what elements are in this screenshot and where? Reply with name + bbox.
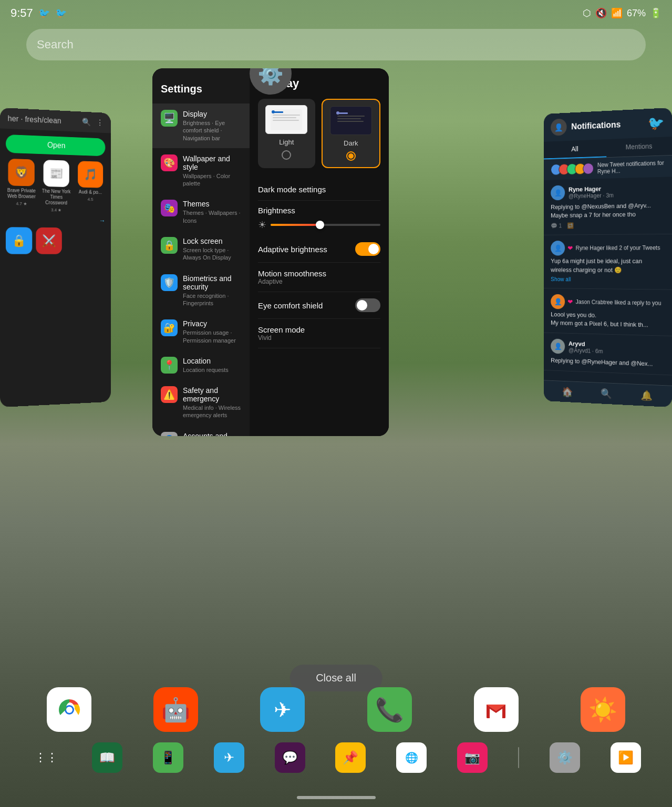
themes-item-desc: Themes · Wallpapers · Icons bbox=[183, 209, 241, 224]
phone-dock-icon[interactable]: 📞 bbox=[367, 687, 412, 732]
reddit-dock-icon[interactable]: 🤖 bbox=[153, 687, 198, 732]
tweet-1-meta: Ryne Hager @RyneHager · 3m bbox=[568, 185, 614, 200]
dark-mode-option[interactable]: Dark bbox=[322, 99, 381, 168]
aryvd-avatar: 👤 bbox=[551, 339, 565, 354]
sidebar-item-safety[interactable]: ⚠️ Safety and emergency Medical info · W… bbox=[152, 380, 250, 426]
home-nav-icon[interactable]: 🏠 bbox=[562, 386, 573, 398]
home-indicator[interactable] bbox=[297, 796, 376, 799]
keep-icon[interactable]: 📌 bbox=[335, 742, 366, 773]
brightness-slider[interactable] bbox=[271, 224, 380, 226]
list-item[interactable]: 🎵 Audi & po... 4.5 bbox=[75, 161, 105, 213]
dock-main-row: 🤖 ✈ 📞 ☀️ bbox=[16, 687, 656, 732]
app-grid: 🦁 Brave Private Web Browser 4.7 ★ 📰 The … bbox=[6, 159, 105, 213]
svg-rect-9 bbox=[337, 118, 361, 119]
phone-sm-icon[interactable]: 📱 bbox=[153, 742, 183, 773]
list-item[interactable]: 🦁 Brave Private Web Browser 4.7 ★ bbox=[6, 159, 37, 212]
display-item-desc: Brightness · Eye comfort shield · Naviga… bbox=[183, 119, 241, 142]
dock-divider bbox=[518, 747, 519, 768]
eye-comfort-toggle[interactable] bbox=[355, 298, 380, 312]
tweet-3[interactable]: 👤 ❤ Jason Crabtree liked a reply to you … bbox=[544, 288, 672, 336]
settings-sm-icon[interactable]: ⚙️ bbox=[550, 742, 580, 773]
sidebar-item-wallpaper[interactable]: 🎨 Wallpaper and style Wallpapers · Color… bbox=[152, 148, 250, 194]
brightness-label: Brightness bbox=[258, 206, 380, 215]
app-game-icon[interactable]: ⚔️ bbox=[36, 227, 61, 254]
gmail-dock-icon[interactable] bbox=[474, 687, 519, 732]
twitter-icon-1: 🐦 bbox=[38, 7, 50, 19]
themes-icon: 🎭 bbox=[161, 200, 178, 216]
wallpaper-icon: 🎨 bbox=[161, 154, 178, 171]
settings-card[interactable]: ⚙️ Settings 🖥️ Display Brightness · Eye … bbox=[152, 68, 389, 436]
sidebar-item-themes[interactable]: 🎭 Themes Themes · Wallpapers · Icons bbox=[152, 193, 250, 231]
sidebar-item-location[interactable]: 📍 Location Location requests bbox=[152, 350, 250, 380]
screen-mode-row[interactable]: Screen mode Vivid bbox=[258, 319, 380, 348]
location-icon: 📍 bbox=[161, 357, 178, 374]
adaptive-brightness-label: Adaptive brightness bbox=[258, 245, 327, 254]
light-mode-label: Light bbox=[279, 138, 294, 146]
tweet-4-header: 👤 Aryvd @Aryvd1 · 6m bbox=[551, 339, 664, 357]
search-icon[interactable]: 🔍 bbox=[82, 117, 91, 127]
notif-avatar-5 bbox=[583, 163, 594, 174]
accounts-item-name: Accounts and backup bbox=[183, 432, 241, 436]
apps-grid-icon[interactable]: ⋮⋮ bbox=[31, 742, 61, 773]
tab-all[interactable]: All bbox=[544, 139, 606, 159]
eye-comfort-row[interactable]: Eye comfort shield bbox=[258, 292, 380, 319]
adaptive-brightness-toggle[interactable] bbox=[355, 242, 380, 256]
jason-liked-text: Jason Crabtree liked a reply to you bbox=[576, 298, 661, 306]
aryvd-reply: Replying to @RyneHager and @Nex... bbox=[551, 356, 664, 369]
themes-item-text: Themes Themes · Wallpapers · Icons bbox=[183, 200, 241, 224]
motion-smoothness-row[interactable]: Motion smoothness Adaptive bbox=[258, 263, 380, 292]
list-item[interactable]: 📰 The New York Times Crossword 3.4 ★ bbox=[41, 160, 71, 213]
slack-icon[interactable]: 💬 bbox=[275, 742, 305, 773]
playstore-card-actions: 🔍 ⋮ bbox=[82, 117, 104, 127]
screenshot-icon[interactable]: 📷 bbox=[457, 742, 488, 773]
tweet-1[interactable]: 👤 Ryne Hager @RyneHager · 3m Replying to… bbox=[544, 177, 672, 235]
safety-item-name: Safety and emergency bbox=[183, 386, 241, 403]
notification-banner[interactable]: New Tweet notifications for Ryne H... bbox=[544, 156, 672, 180]
recent-apps-container: her · fresh/clean 🔍 ⋮ Open 🦁 Brave Priva… bbox=[0, 68, 672, 702]
more-icon[interactable]: ⋮ bbox=[96, 118, 104, 128]
see-more-button[interactable]: → bbox=[6, 215, 105, 224]
dark-mode-settings-label: Dark mode settings bbox=[258, 185, 326, 194]
sidebar-item-accounts[interactable]: 👤 Accounts and backup bbox=[152, 426, 250, 436]
dark-mode-radio[interactable] bbox=[346, 151, 356, 161]
lockscreen-item-name: Lock screen bbox=[183, 237, 241, 245]
telegram-sm-icon[interactable]: ✈ bbox=[214, 742, 244, 773]
app-lock-icon[interactable]: 🔒 bbox=[6, 227, 32, 254]
open-button[interactable]: Open bbox=[6, 134, 105, 157]
chrome-sm-icon[interactable]: 🌐 bbox=[396, 742, 427, 773]
sidebar-item-biometrics[interactable]: 🛡️ Biometrics and security Face recognit… bbox=[152, 268, 250, 314]
light-mode-preview bbox=[265, 105, 307, 134]
nyt-rating: 3.4 ★ bbox=[51, 208, 61, 212]
lockscreen-icon: 🔒 bbox=[161, 237, 178, 254]
dark-mode-settings-row[interactable]: Dark mode settings bbox=[258, 179, 380, 201]
search-nav-icon[interactable]: 🔍 bbox=[601, 388, 612, 400]
retweet-icon[interactable]: 🔁 bbox=[567, 223, 574, 230]
lockscreen-item-desc: Screen lock type · Always On Display bbox=[183, 246, 241, 262]
reply-icon[interactable]: 💬 1 bbox=[551, 223, 562, 230]
playstore-sm-icon[interactable]: ▶️ bbox=[611, 742, 641, 773]
readwise-icon[interactable]: 📖 bbox=[92, 742, 122, 773]
sidebar-item-privacy[interactable]: 🔐 Privacy Permission usage · Permission … bbox=[152, 313, 250, 350]
search-placeholder: Search bbox=[37, 38, 74, 51]
tweet-4[interactable]: 👤 Aryvd @Aryvd1 · 6m Replying to @RyneHa… bbox=[544, 333, 672, 376]
tweet-2[interactable]: 👤 ❤ Ryne Hager liked 2 of your Tweets Yu… bbox=[544, 234, 672, 289]
playstore-card[interactable]: her · fresh/clean 🔍 ⋮ Open 🦁 Brave Priva… bbox=[0, 108, 111, 407]
privacy-item-text: Privacy Permission usage · Permission ma… bbox=[183, 319, 241, 344]
safety-item-desc: Medical info · Wireless emergency alerts bbox=[183, 404, 241, 419]
sidebar-item-display[interactable]: 🖥️ Display Brightness · Eye comfort shie… bbox=[152, 104, 250, 148]
tab-mentions[interactable]: Mentions bbox=[606, 137, 672, 157]
aryvd-handle: @Aryvd1 · 6m bbox=[568, 347, 603, 355]
light-mode-radio[interactable] bbox=[282, 150, 291, 160]
more-apps-row: 🔒 ⚔️ bbox=[6, 227, 105, 254]
light-mode-option[interactable]: Light bbox=[258, 99, 315, 168]
twitter-card[interactable]: 👤 Notifications 🐦 All Mentions New Tweet… bbox=[544, 108, 672, 407]
audi-label: Audi & po... bbox=[79, 189, 102, 195]
notifications-nav-icon[interactable]: 🔔 bbox=[641, 389, 653, 401]
sidebar-item-lockscreen[interactable]: 🔒 Lock screen Screen lock type · Always … bbox=[152, 231, 250, 268]
search-bar[interactable]: Search bbox=[26, 29, 646, 60]
chrome-dock-icon[interactable] bbox=[47, 687, 91, 732]
show-all-link[interactable]: Show all bbox=[551, 276, 664, 283]
adaptive-brightness-row[interactable]: Adaptive brightness bbox=[258, 236, 380, 263]
telegram-dock-icon[interactable]: ✈ bbox=[260, 687, 305, 732]
weather-dock-icon[interactable]: ☀️ bbox=[581, 687, 625, 732]
